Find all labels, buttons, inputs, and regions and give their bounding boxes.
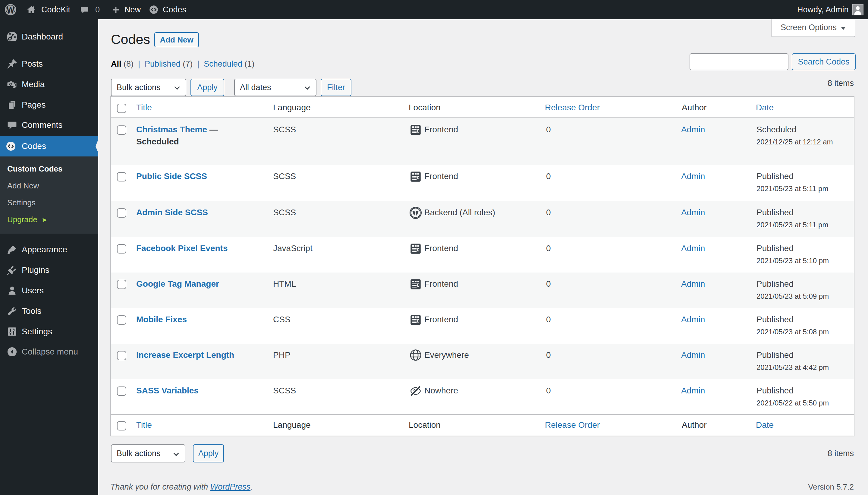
svg-text:W: W [7, 5, 15, 15]
